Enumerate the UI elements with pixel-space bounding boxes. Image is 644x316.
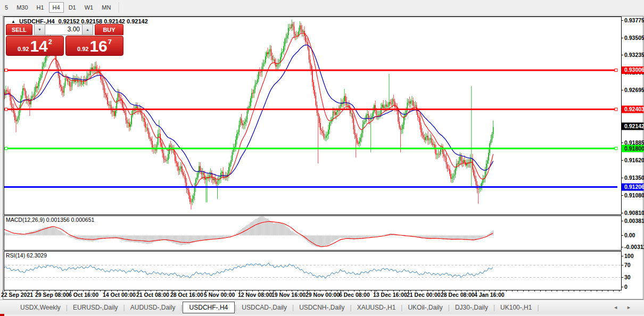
chart-tab-xauusd-h1[interactable]: XAUUSD-,H1	[352, 302, 401, 313]
volume-up-icon[interactable]: ▲	[82, 24, 93, 35]
level-price-label: 0.91206	[624, 184, 644, 190]
sell-price-tile[interactable]: 0.92 14 2	[6, 36, 64, 56]
level-price-label: 0.92403	[624, 106, 644, 112]
price-axis-label: 0.93775	[624, 17, 644, 23]
chart-tab-usdx-weekly[interactable]: USDX,Weekly	[15, 302, 66, 313]
rsi-axis-label: 70	[624, 262, 631, 268]
sell-price-prefix: 0.92	[18, 46, 29, 52]
panel-collapse-icon[interactable]: ▲	[11, 19, 15, 24]
time-axis-label: 21 Dec 00:00	[407, 292, 441, 298]
time-axis-label: 28 Dec 08:00	[441, 292, 475, 298]
chart-tab-usdchf-h4[interactable]: USDCHF-,H4	[183, 302, 235, 313]
price-axis-label: 0.93505	[624, 35, 644, 41]
time-axis-label: 21 Oct 08:00	[136, 292, 169, 298]
chart-tab-usdcnh-daily[interactable]: USDCNH-,Daily	[294, 302, 350, 313]
level-price-label: 0.93006	[624, 66, 644, 73]
buy-price-sup: 7	[108, 38, 112, 46]
sell-price-sup: 2	[48, 38, 52, 46]
bottom-left-red-mark	[0, 314, 4, 316]
time-axis-label: 6 Dec 08:00	[339, 292, 370, 298]
current-price-label: 0.92142	[624, 123, 644, 129]
chart-tab-ukoil-daily[interactable]: UKOil-,Daily	[402, 302, 448, 313]
price-axis-label: 0.90810	[624, 210, 644, 216]
buy-price-prefix: 0.92	[77, 46, 88, 52]
price-axis-label: 0.91620	[624, 157, 644, 163]
time-axis-label: 6 Oct 16:00	[69, 292, 98, 298]
buy-price-tile[interactable]: 0.92 16 7	[65, 36, 123, 56]
time-axis-label: 28 Oct 16:00	[170, 292, 203, 298]
tab-scroll-arrows: ◄►	[613, 305, 631, 310]
time-axis-label: 22 Sep 2021	[1, 292, 33, 298]
price-axis-label: 0.93235	[624, 52, 644, 58]
one-click-trade-panel: SELL ▼ 3.00 ▲ BUY 0.92 14 2 0.92 16 7	[6, 24, 123, 56]
chart-tab-uk100-h1[interactable]: UK100-,H1	[495, 302, 537, 313]
tab-scroll-right-icon[interactable]: ►	[626, 305, 631, 310]
price-axis-label: 0.92695	[624, 87, 644, 93]
line-anchor-square[interactable]	[615, 147, 617, 150]
sell-price-big: 14	[30, 37, 47, 55]
chart-tab-audusd-daily[interactable]: AUDUSD-,Daily	[125, 302, 181, 313]
buy-button[interactable]: BUY	[95, 24, 123, 35]
line-anchor-square[interactable]	[5, 108, 7, 111]
line-anchor-square[interactable]	[615, 69, 617, 71]
volume-input[interactable]: 3.00	[45, 24, 82, 35]
time-axis-label: 29 Nov 00:00	[306, 292, 340, 298]
chart-tab-usdcad-daily[interactable]: USDCAD-,Daily	[236, 302, 292, 313]
line-anchor-square[interactable]	[5, 69, 7, 71]
volume-stepper: ▼ 3.00 ▲	[34, 24, 93, 35]
macd-axis-label: 0.00	[624, 232, 635, 238]
time-axis-label: 5 Nov 00:00	[204, 292, 235, 298]
time-axis-label: 14 Oct 00:00	[103, 292, 136, 298]
time-axis-label: 12 Nov 08:00	[238, 292, 272, 298]
mt4-application-window: 5M30H1H4D1W1MN 0.937750.935050.932350.92…	[0, 0, 644, 316]
tab-separator: |	[537, 304, 539, 311]
buy-price-big: 16	[89, 37, 107, 55]
rsi-axis-label: 0	[624, 284, 628, 290]
chart-tab-eurusd-daily[interactable]: EURUSD-,Daily	[68, 302, 123, 313]
volume-down-icon[interactable]: ▼	[34, 24, 45, 35]
price-axis-label: 0.91080	[624, 192, 644, 198]
time-axis-label: 19 Nov 16:00	[271, 292, 306, 298]
rsi-indicator-label: RSI(14) 62.3029	[6, 252, 47, 259]
chart-tab-bar: USDX,Weekly|EURUSD-,Daily|AUDUSD-,Daily|…	[0, 300, 644, 314]
price-axis-label: 0.91350	[624, 174, 644, 181]
macd-indicator-label: MACD(12,26,9) 0.001356 0.000651	[6, 217, 95, 223]
rsi-axis-label: 100	[624, 253, 634, 259]
time-axis-label: 4 Jan 16:00	[474, 292, 505, 298]
time-axis-label: 29 Sep 08:00	[35, 292, 69, 298]
line-anchor-square[interactable]	[615, 108, 617, 111]
line-anchor-square[interactable]	[5, 147, 7, 150]
time-axis-label: 13 Dec 16:00	[373, 292, 407, 298]
tab-scroll-left-icon[interactable]: ◄	[613, 305, 618, 310]
rsi-pane[interactable]	[4, 252, 622, 290]
sell-button[interactable]: SELL	[6, 24, 32, 35]
rsi-axis-label: 30	[624, 274, 631, 280]
macd-axis-label: 0.003811	[624, 218, 644, 224]
chart-tab-dj30-daily[interactable]: DJ30-,Daily	[450, 302, 493, 313]
level-price-label: 0.91800	[624, 145, 644, 152]
macd-axis-label: -0.003115	[624, 244, 644, 250]
